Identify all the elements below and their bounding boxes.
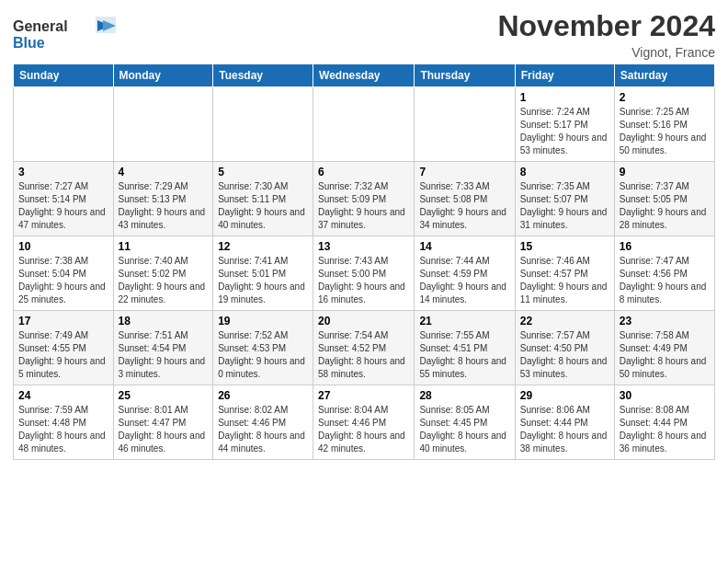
day-number: 27	[318, 389, 409, 402]
day-number: 3	[18, 166, 108, 178]
day-number: 8	[520, 166, 609, 178]
cell-4-1: 25Sunrise: 8:01 AMSunset: 4:47 PMDayligh…	[113, 385, 213, 460]
cell-0-1	[113, 87, 213, 162]
calendar-table: Sunday Monday Tuesday Wednesday Thursday…	[13, 63, 715, 460]
day-number: 26	[218, 389, 308, 402]
cell-3-4: 21Sunrise: 7:55 AMSunset: 4:51 PMDayligh…	[415, 311, 515, 385]
cell-1-5: 8Sunrise: 7:35 AMSunset: 5:07 PMDaylight…	[515, 162, 614, 236]
cell-2-1: 11Sunrise: 7:40 AMSunset: 5:02 PMDayligh…	[113, 236, 213, 311]
cell-2-6: 16Sunrise: 7:47 AMSunset: 4:56 PMDayligh…	[614, 236, 714, 311]
day-info: Sunrise: 8:02 AMSunset: 4:46 PMDaylight:…	[218, 404, 308, 455]
day-info: Sunrise: 8:05 AMSunset: 4:45 PMDaylight:…	[419, 404, 509, 455]
day-number: 12	[218, 240, 308, 253]
day-number: 17	[18, 315, 108, 327]
cell-2-0: 10Sunrise: 7:38 AMSunset: 5:04 PMDayligh…	[14, 236, 114, 311]
cell-3-1: 18Sunrise: 7:51 AMSunset: 4:54 PMDayligh…	[113, 311, 213, 385]
day-info: Sunrise: 7:27 AMSunset: 5:14 PMDaylight:…	[18, 180, 108, 232]
day-number: 11	[119, 240, 209, 253]
day-info: Sunrise: 7:58 AMSunset: 4:49 PMDaylight:…	[620, 329, 710, 381]
header-monday: Monday	[113, 64, 213, 87]
day-number: 6	[318, 166, 409, 178]
cell-1-2: 5Sunrise: 7:30 AMSunset: 5:11 PMDaylight…	[213, 162, 313, 236]
week-row-2: 10Sunrise: 7:38 AMSunset: 5:04 PMDayligh…	[14, 236, 715, 311]
cell-1-1: 4Sunrise: 7:29 AMSunset: 5:13 PMDaylight…	[113, 162, 213, 236]
day-number: 16	[620, 240, 710, 253]
day-info: Sunrise: 7:55 AMSunset: 4:51 PMDaylight:…	[419, 329, 509, 381]
day-number: 18	[119, 315, 209, 327]
day-info: Sunrise: 7:52 AMSunset: 4:53 PMDaylight:…	[218, 329, 308, 381]
cell-2-3: 13Sunrise: 7:43 AMSunset: 5:00 PMDayligh…	[313, 236, 415, 311]
day-number: 15	[520, 240, 609, 253]
day-info: Sunrise: 7:35 AMSunset: 5:07 PMDaylight:…	[520, 180, 609, 232]
cell-4-0: 24Sunrise: 7:59 AMSunset: 4:48 PMDayligh…	[14, 385, 114, 460]
logo: General Blue	[13, 13, 123, 57]
cell-2-2: 12Sunrise: 7:41 AMSunset: 5:01 PMDayligh…	[213, 236, 313, 311]
cell-4-4: 28Sunrise: 8:05 AMSunset: 4:45 PMDayligh…	[415, 385, 515, 460]
cell-3-6: 23Sunrise: 7:58 AMSunset: 4:49 PMDayligh…	[614, 311, 714, 385]
day-number: 5	[218, 166, 308, 178]
day-info: Sunrise: 7:47 AMSunset: 4:56 PMDaylight:…	[620, 255, 710, 306]
cell-3-3: 20Sunrise: 7:54 AMSunset: 4:52 PMDayligh…	[313, 311, 415, 385]
day-info: Sunrise: 7:32 AMSunset: 5:09 PMDaylight:…	[318, 180, 409, 232]
day-info: Sunrise: 7:37 AMSunset: 5:05 PMDaylight:…	[620, 180, 710, 232]
day-info: Sunrise: 7:57 AMSunset: 4:50 PMDaylight:…	[520, 329, 609, 381]
day-info: Sunrise: 7:43 AMSunset: 5:00 PMDaylight:…	[318, 255, 409, 306]
day-info: Sunrise: 7:51 AMSunset: 4:54 PMDaylight:…	[119, 329, 209, 381]
day-info: Sunrise: 7:25 AMSunset: 5:16 PMDaylight:…	[620, 106, 710, 157]
cell-4-5: 29Sunrise: 8:06 AMSunset: 4:44 PMDayligh…	[515, 385, 614, 460]
header-wednesday: Wednesday	[313, 64, 415, 87]
header: General Blue November 2024 Vignot, Franc…	[13, 9, 715, 60]
day-number: 10	[18, 240, 108, 253]
week-row-0: 1Sunrise: 7:24 AMSunset: 5:17 PMDaylight…	[14, 87, 715, 162]
day-number: 7	[419, 166, 509, 178]
day-info: Sunrise: 7:40 AMSunset: 5:02 PMDaylight:…	[119, 255, 209, 306]
cell-1-4: 7Sunrise: 7:33 AMSunset: 5:08 PMDaylight…	[415, 162, 515, 236]
cell-0-6: 2Sunrise: 7:25 AMSunset: 5:16 PMDaylight…	[614, 87, 714, 162]
header-friday: Friday	[515, 64, 614, 87]
header-saturday: Saturday	[614, 64, 714, 87]
day-info: Sunrise: 7:29 AMSunset: 5:13 PMDaylight:…	[119, 180, 209, 232]
day-info: Sunrise: 8:04 AMSunset: 4:46 PMDaylight:…	[318, 404, 409, 455]
cell-2-4: 14Sunrise: 7:44 AMSunset: 4:59 PMDayligh…	[415, 236, 515, 311]
day-info: Sunrise: 7:38 AMSunset: 5:04 PMDaylight:…	[18, 255, 108, 306]
day-number: 13	[318, 240, 409, 253]
day-info: Sunrise: 7:41 AMSunset: 5:01 PMDaylight:…	[218, 255, 308, 306]
day-info: Sunrise: 7:33 AMSunset: 5:08 PMDaylight:…	[419, 180, 509, 232]
day-number: 1	[520, 91, 609, 104]
day-number: 14	[419, 240, 509, 253]
cell-3-0: 17Sunrise: 7:49 AMSunset: 4:55 PMDayligh…	[14, 311, 114, 385]
cell-0-2	[213, 87, 313, 162]
cell-0-3	[313, 87, 415, 162]
day-number: 21	[419, 315, 509, 327]
day-number: 20	[318, 315, 409, 327]
header-tuesday: Tuesday	[213, 64, 313, 87]
day-number: 9	[620, 166, 710, 178]
day-info: Sunrise: 7:46 AMSunset: 4:57 PMDaylight:…	[520, 255, 609, 306]
day-number: 22	[520, 315, 609, 327]
logo-svg: General Blue	[13, 13, 123, 53]
cell-4-6: 30Sunrise: 8:08 AMSunset: 4:44 PMDayligh…	[614, 385, 714, 460]
svg-text:General: General	[13, 18, 68, 34]
day-info: Sunrise: 7:49 AMSunset: 4:55 PMDaylight:…	[18, 329, 108, 381]
day-number: 19	[218, 315, 308, 327]
cell-1-0: 3Sunrise: 7:27 AMSunset: 5:14 PMDaylight…	[14, 162, 114, 236]
day-info: Sunrise: 7:44 AMSunset: 4:59 PMDaylight:…	[419, 255, 509, 306]
week-row-3: 17Sunrise: 7:49 AMSunset: 4:55 PMDayligh…	[14, 311, 715, 385]
month-title: November 2024	[497, 9, 715, 43]
svg-text:Blue: Blue	[13, 35, 45, 51]
day-number: 25	[119, 389, 209, 402]
day-number: 30	[620, 389, 710, 402]
day-info: Sunrise: 7:24 AMSunset: 5:17 PMDaylight:…	[520, 106, 609, 157]
week-row-4: 24Sunrise: 7:59 AMSunset: 4:48 PMDayligh…	[14, 385, 715, 460]
day-number: 29	[520, 389, 609, 402]
cell-2-5: 15Sunrise: 7:46 AMSunset: 4:57 PMDayligh…	[515, 236, 614, 311]
day-number: 4	[119, 166, 209, 178]
cell-1-3: 6Sunrise: 7:32 AMSunset: 5:09 PMDaylight…	[313, 162, 415, 236]
day-info: Sunrise: 7:59 AMSunset: 4:48 PMDaylight:…	[18, 404, 108, 455]
cell-4-3: 27Sunrise: 8:04 AMSunset: 4:46 PMDayligh…	[313, 385, 415, 460]
day-number: 2	[620, 91, 710, 104]
day-number: 23	[620, 315, 710, 327]
day-info: Sunrise: 8:08 AMSunset: 4:44 PMDaylight:…	[620, 404, 710, 455]
location: Vignot, France	[497, 45, 715, 60]
cell-4-2: 26Sunrise: 8:02 AMSunset: 4:46 PMDayligh…	[213, 385, 313, 460]
